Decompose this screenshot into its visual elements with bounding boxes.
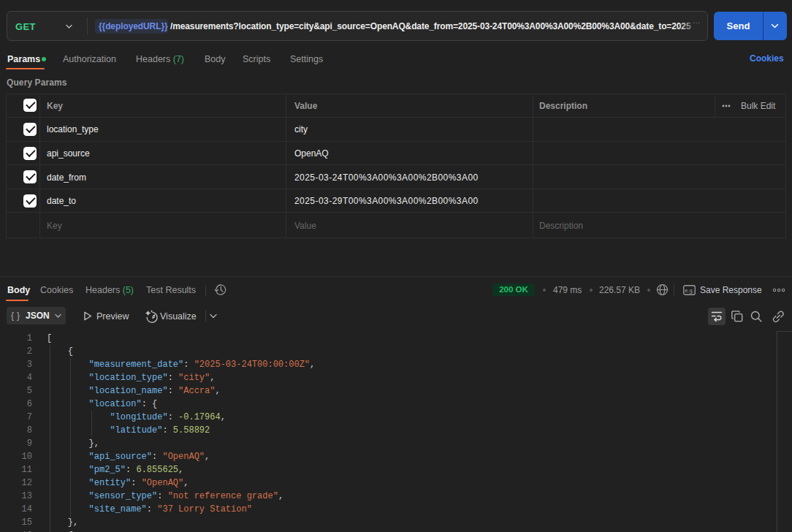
svg-text:e.g.: e.g. (685, 287, 694, 294)
